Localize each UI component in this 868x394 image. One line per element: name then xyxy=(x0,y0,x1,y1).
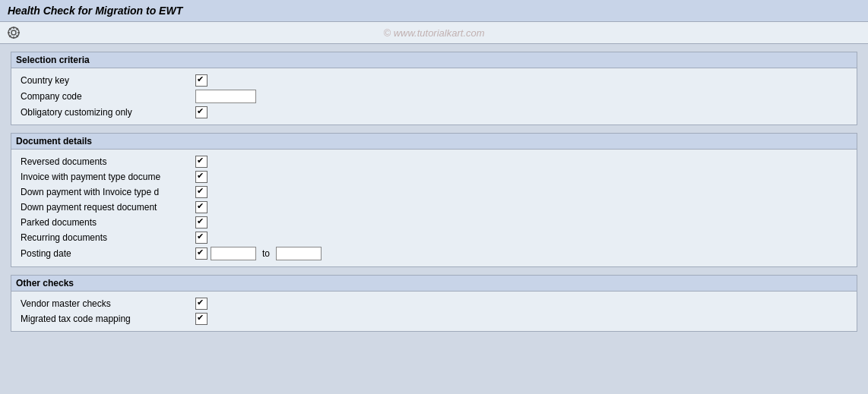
field-row-down-payment-invoice: Down payment with Invoice type d xyxy=(21,184,847,200)
field-row-reversed-docs: Reversed documents xyxy=(21,154,847,169)
input-vendor-master xyxy=(195,298,207,310)
toolbar-left xyxy=(6,25,21,40)
label-invoice-payment: Invoice with payment type docume xyxy=(21,172,195,182)
field-row-vendor-master: Vendor master checks xyxy=(21,296,847,311)
section-body-other-checks: Vendor master checks Migrated tax code m… xyxy=(11,292,857,331)
field-row-invoice-payment: Invoice with payment type docume xyxy=(21,169,847,184)
label-vendor-master: Vendor master checks xyxy=(21,298,195,309)
section-selection-criteria: Selection criteria Country key Company c… xyxy=(11,52,857,125)
field-row-migrated-tax: Migrated tax code mapping xyxy=(21,311,847,326)
section-body-document-details: Reversed documents Invoice with payment … xyxy=(11,150,857,266)
field-row-posting-date: Posting date to xyxy=(21,245,847,262)
label-company-code: Company code xyxy=(21,91,195,102)
section-header-document-details: Document details xyxy=(11,134,857,150)
checkbox-reversed-docs[interactable] xyxy=(195,156,207,168)
input-obligatory xyxy=(195,106,207,118)
text-posting-date-to[interactable] xyxy=(276,247,322,260)
checkbox-obligatory[interactable] xyxy=(195,106,207,118)
label-recurring-docs: Recurring documents xyxy=(21,232,195,243)
svg-point-1 xyxy=(11,30,16,35)
input-company-code xyxy=(195,90,256,103)
checkbox-vendor-master[interactable] xyxy=(195,298,207,310)
field-row-down-payment-request: Down payment request document xyxy=(21,200,847,215)
settings-icon[interactable] xyxy=(6,25,21,40)
input-posting-date: to xyxy=(195,247,322,260)
text-company-code[interactable] xyxy=(195,90,256,103)
section-other-checks: Other checks Vendor master checks Migrat… xyxy=(11,275,857,332)
title-bar: Health Check for Migration to EWT xyxy=(0,0,868,22)
input-recurring-docs xyxy=(195,232,207,244)
checkbox-recurring-docs[interactable] xyxy=(195,232,207,244)
label-posting-date: Posting date xyxy=(21,248,195,259)
field-row-country-key: Country key xyxy=(21,73,847,88)
input-invoice-payment xyxy=(195,171,207,183)
section-header-selection-criteria: Selection criteria xyxy=(11,52,857,68)
watermark-text: © www.tutorialkart.com xyxy=(21,27,847,39)
main-content: Selection criteria Country key Company c… xyxy=(0,44,868,347)
input-migrated-tax xyxy=(195,313,207,325)
input-reversed-docs xyxy=(195,156,207,168)
input-down-payment-invoice xyxy=(195,186,207,198)
field-row-parked-docs: Parked documents xyxy=(21,215,847,230)
input-down-payment-request xyxy=(195,201,207,213)
text-posting-date-from[interactable] xyxy=(211,247,256,260)
label-reversed-docs: Reversed documents xyxy=(21,156,195,167)
label-migrated-tax: Migrated tax code mapping xyxy=(21,314,195,324)
field-row-obligatory: Obligatory customizing only xyxy=(21,105,847,120)
checkbox-posting-date[interactable] xyxy=(195,247,207,260)
checkbox-migrated-tax[interactable] xyxy=(195,313,207,325)
label-parked-docs: Parked documents xyxy=(21,217,195,228)
page-title: Health Check for Migration to EWT xyxy=(8,5,860,17)
label-down-payment-request: Down payment request document xyxy=(21,202,195,213)
label-obligatory: Obligatory customizing only xyxy=(21,107,195,118)
section-header-other-checks: Other checks xyxy=(11,276,857,292)
checkbox-parked-docs[interactable] xyxy=(195,216,207,229)
section-body-selection-criteria: Country key Company code Obligatory cust… xyxy=(11,68,857,125)
label-down-payment-invoice: Down payment with Invoice type d xyxy=(21,187,195,197)
label-country-key: Country key xyxy=(21,75,195,86)
input-country-key xyxy=(195,74,207,87)
checkbox-down-payment-request[interactable] xyxy=(195,201,207,213)
checkbox-down-payment-invoice[interactable] xyxy=(195,186,207,198)
field-row-company-code: Company code xyxy=(21,88,847,105)
toolbar: © www.tutorialkart.com xyxy=(0,22,868,44)
checkbox-country-key[interactable] xyxy=(195,74,207,87)
input-parked-docs xyxy=(195,216,207,229)
section-document-details: Document details Reversed documents Invo… xyxy=(11,133,857,267)
field-row-recurring-docs: Recurring documents xyxy=(21,230,847,245)
checkbox-invoice-payment[interactable] xyxy=(195,171,207,183)
to-label: to xyxy=(262,248,270,259)
